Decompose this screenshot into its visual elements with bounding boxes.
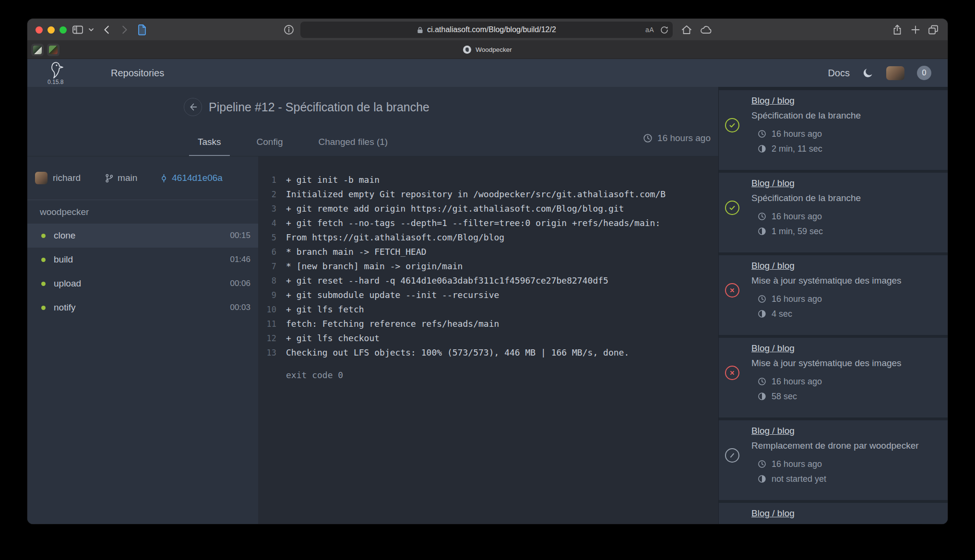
tab-tasks[interactable]: Tasks bbox=[189, 137, 230, 156]
active-tab[interactable]: Woodpecker bbox=[463, 46, 512, 54]
build-repo-link[interactable]: Blog / blog bbox=[751, 260, 795, 272]
commit-meta-row: richard main 4614d1e06a bbox=[27, 156, 258, 200]
build-repo-link[interactable]: Blog / blog bbox=[751, 95, 795, 107]
cloud-icon[interactable] bbox=[700, 19, 713, 41]
user-avatar[interactable] bbox=[886, 66, 904, 80]
home-icon[interactable] bbox=[681, 19, 692, 41]
back-button[interactable] bbox=[102, 19, 112, 41]
tab-config[interactable]: Config bbox=[248, 137, 292, 156]
build-time: 16 hours ago bbox=[772, 211, 822, 222]
build-status-skipped-icon bbox=[725, 448, 739, 463]
build-time: 16 hours ago bbox=[772, 459, 822, 469]
step-build[interactable]: build 01:46 bbox=[27, 248, 258, 272]
build-message: Remplacement de drone par woodpecker bbox=[751, 440, 943, 452]
pipeline-tabs: Tasks Config Changed files (1) bbox=[189, 137, 396, 156]
builds-sidebar: Blog / blog Spécification de la branche … bbox=[718, 87, 948, 524]
duration-icon bbox=[758, 392, 766, 401]
log-line: 3+ git remote add origin https://git.ath… bbox=[258, 202, 718, 216]
url-text: ci.athaliasoft.com/Blog/blog/build/12/2 bbox=[427, 25, 556, 34]
log-output: 1+ git init -b main 2Initialized empty G… bbox=[258, 156, 718, 524]
build-repo-link[interactable]: Blog / blog bbox=[751, 178, 795, 189]
log-line: 2Initialized empty Git repository in /wo… bbox=[258, 187, 718, 202]
version-label: 0.15.8 bbox=[48, 79, 63, 85]
build-duration: 4 sec bbox=[772, 309, 792, 319]
pipeline-title: Pipeline #12 - Spécification de la branc… bbox=[209, 100, 429, 114]
reader-options-icon[interactable]: aA bbox=[645, 26, 654, 34]
log-line: 4+ git fetch --no-tags --depth=1 --filte… bbox=[258, 216, 718, 230]
log-line: 7* [new branch] main -> origin/main bbox=[258, 259, 718, 274]
notification-badge[interactable]: 0 bbox=[917, 66, 931, 80]
tab-changed-files[interactable]: Changed files (1) bbox=[310, 137, 397, 156]
clock-icon bbox=[758, 377, 766, 386]
tab-overview-icon[interactable] bbox=[927, 19, 939, 41]
log-line: 8+ git reset --hard -q 4614d1e06a3dabf31… bbox=[258, 274, 718, 288]
build-time: 16 hours ago bbox=[772, 376, 822, 387]
pinned-tab-1[interactable] bbox=[31, 44, 44, 56]
build-list-item[interactable]: Blog / blog Spécification de la branche … bbox=[719, 173, 948, 252]
step-clone[interactable]: clone 00:15 bbox=[27, 224, 258, 248]
build-repo-link[interactable]: Blog / blog bbox=[751, 343, 795, 354]
info-icon[interactable] bbox=[284, 19, 294, 41]
log-line: 10+ git lfs fetch bbox=[258, 302, 718, 317]
commit-branch: main bbox=[105, 173, 137, 183]
duration-icon bbox=[758, 310, 766, 318]
page-navbar: 0.15.8 Repositories Docs 0 bbox=[27, 59, 948, 87]
log-line: 13Checking out LFS objects: 100% (573/57… bbox=[258, 346, 718, 360]
log-line: 11fetch: Fetching reference refs/heads/m… bbox=[258, 317, 718, 331]
zoom-window-button[interactable] bbox=[59, 26, 67, 34]
build-message: Spécification de la branche bbox=[751, 192, 943, 204]
commit-sha-link[interactable]: 4614d1e06a bbox=[172, 173, 223, 183]
forward-button[interactable] bbox=[119, 19, 130, 41]
step-upload[interactable]: upload 00:06 bbox=[27, 272, 258, 296]
extension-icon[interactable] bbox=[137, 19, 147, 41]
new-tab-icon[interactable] bbox=[911, 19, 920, 41]
build-repo-link[interactable]: Blog / blog bbox=[751, 508, 795, 519]
log-line: 5From https://git.athaliasoft.com/Blog/b… bbox=[258, 230, 718, 245]
step-notify[interactable]: notify 00:03 bbox=[27, 296, 258, 320]
pipeline-main: Pipeline #12 - Spécification de la branc… bbox=[27, 87, 718, 524]
back-arrow-button[interactable] bbox=[184, 98, 202, 116]
address-bar[interactable]: ci.athaliasoft.com/Blog/blog/build/12/2 … bbox=[300, 22, 673, 38]
pinned-tab-2[interactable] bbox=[47, 44, 59, 56]
minimize-window-button[interactable] bbox=[48, 26, 55, 34]
close-window-button[interactable] bbox=[36, 26, 43, 34]
build-status-success-icon bbox=[725, 201, 739, 215]
duration-icon bbox=[758, 227, 766, 236]
woodpecker-logo[interactable] bbox=[47, 61, 65, 79]
duration-icon bbox=[758, 144, 766, 153]
time-ago-label: 16 hours ago bbox=[657, 133, 711, 143]
lock-icon bbox=[417, 26, 423, 34]
nav-docs-link[interactable]: Docs bbox=[828, 68, 850, 79]
step-status-dot bbox=[41, 234, 46, 238]
clock-icon bbox=[758, 460, 766, 468]
build-list-item[interactable]: Blog / blog Mise à jour systématique des… bbox=[719, 255, 948, 335]
log-line: 6* branch main -> FETCH_HEAD bbox=[258, 245, 718, 259]
pipeline-header: Pipeline #12 - Spécification de la branc… bbox=[27, 87, 718, 156]
clock-icon bbox=[758, 130, 766, 138]
build-message: Spécification de la branche bbox=[751, 110, 943, 121]
exit-code-label: exit code 0 bbox=[258, 368, 718, 382]
pipeline-time: 16 hours ago bbox=[643, 133, 711, 143]
build-status-success-icon bbox=[725, 118, 739, 132]
build-repo-link[interactable]: Blog / blog bbox=[751, 425, 795, 437]
reload-icon[interactable] bbox=[660, 25, 669, 35]
build-list-item[interactable]: Blog / blog bbox=[719, 503, 948, 524]
pinned-tab-favicon bbox=[33, 46, 42, 54]
build-list-item[interactable]: Blog / blog Spécification de la branche … bbox=[719, 90, 948, 170]
build-list-item[interactable]: Blog / blog Mise à jour systématique des… bbox=[719, 338, 948, 417]
build-duration: not started yet bbox=[772, 474, 826, 484]
build-message: Mise à jour systématique des images bbox=[751, 275, 943, 286]
build-time: 16 hours ago bbox=[772, 294, 822, 304]
share-icon[interactable] bbox=[892, 19, 903, 41]
dark-mode-toggle-icon[interactable] bbox=[862, 67, 874, 79]
sidebar-toggle-icon[interactable] bbox=[72, 19, 83, 41]
nav-repositories-link[interactable]: Repositories bbox=[111, 59, 164, 87]
step-status-dot bbox=[41, 282, 46, 286]
chevron-down-icon[interactable] bbox=[88, 19, 94, 41]
clock-icon bbox=[758, 295, 766, 303]
traffic-lights bbox=[36, 19, 67, 41]
build-status-failure-icon bbox=[725, 283, 739, 298]
build-list-item[interactable]: Blog / blog Remplacement de drone par wo… bbox=[719, 420, 948, 500]
workflow-name: woodpecker bbox=[27, 200, 258, 224]
branch-name: main bbox=[118, 173, 137, 183]
